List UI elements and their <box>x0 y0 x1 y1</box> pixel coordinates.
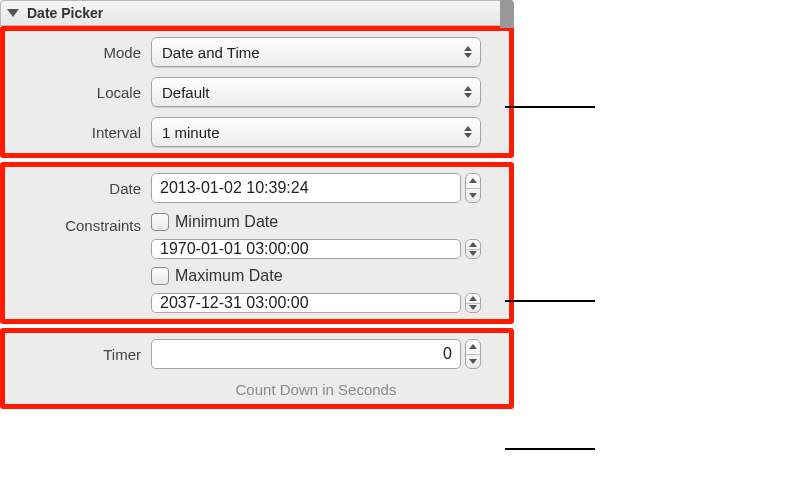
mode-popup-value: Date and Time <box>162 44 260 61</box>
interval-popup[interactable]: 1 minute <box>151 117 481 147</box>
mode-popup[interactable]: Date and Time <box>151 37 481 67</box>
timer-input[interactable] <box>151 339 461 369</box>
panel-header[interactable]: Date Picker <box>0 0 514 26</box>
panel-header-grip <box>500 0 514 28</box>
updown-arrows-icon <box>462 43 474 61</box>
section-timer: Timer Count Down in Seconds <box>0 328 514 409</box>
connector-line <box>505 448 595 450</box>
connector-line <box>505 300 595 302</box>
constraints-label: Constraints <box>11 213 141 234</box>
section-date-constraints: Date Constraints Minimum Date <box>0 162 514 324</box>
updown-arrows-icon <box>462 123 474 141</box>
interval-label: Interval <box>11 124 141 141</box>
date-picker-panel: Date Picker Mode Date and Time Locale De… <box>0 0 514 409</box>
disclosure-triangle-icon[interactable] <box>7 9 19 17</box>
panel-title: Date Picker <box>27 5 103 21</box>
date-input[interactable] <box>151 173 461 203</box>
max-date-stepper[interactable] <box>465 293 481 313</box>
locale-popup-value: Default <box>162 84 210 101</box>
locale-label: Locale <box>11 84 141 101</box>
locale-popup[interactable]: Default <box>151 77 481 107</box>
min-date-checkbox-label: Minimum Date <box>175 213 278 231</box>
section-mode-locale-interval: Mode Date and Time Locale Default Interv… <box>0 26 514 158</box>
timer-label: Timer <box>11 346 141 363</box>
timer-hint: Count Down in Seconds <box>151 381 481 398</box>
timer-stepper[interactable] <box>465 339 481 369</box>
min-date-checkbox[interactable] <box>151 213 169 231</box>
interval-popup-value: 1 minute <box>162 124 220 141</box>
updown-arrows-icon <box>462 83 474 101</box>
max-date-input[interactable] <box>151 293 461 313</box>
min-date-input[interactable] <box>151 239 461 259</box>
date-label: Date <box>11 180 141 197</box>
mode-label: Mode <box>11 44 141 61</box>
max-date-checkbox-label: Maximum Date <box>175 267 283 285</box>
max-date-checkbox[interactable] <box>151 267 169 285</box>
date-stepper[interactable] <box>465 173 481 203</box>
min-date-stepper[interactable] <box>465 239 481 259</box>
connector-line <box>505 106 595 108</box>
